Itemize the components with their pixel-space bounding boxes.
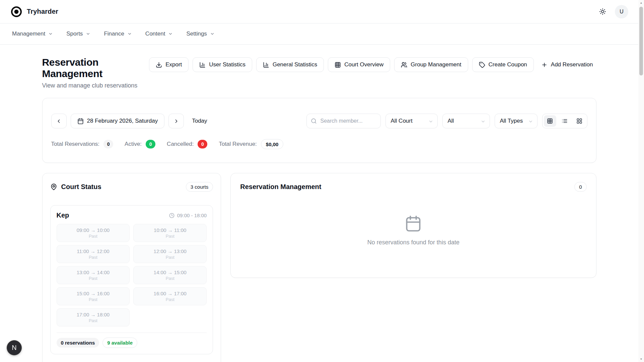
- stat-value-badge: 0: [198, 140, 207, 148]
- dev-tools-floating-button[interactable]: N: [7, 340, 22, 355]
- chevron-down-icon: [48, 32, 53, 36]
- users-icon: [401, 62, 407, 68]
- slot-time: 17:00 → 18:00: [77, 312, 110, 317]
- prev-day-button[interactable]: [51, 114, 67, 128]
- time-slot[interactable]: 14:00 → 15:00Past: [133, 266, 207, 284]
- stat-active: Active: 0: [125, 140, 155, 148]
- toolbar-row: 28 February 2026, Saturday Today All Cou…: [51, 114, 587, 128]
- slot-time: 14:00 → 15:00: [154, 269, 187, 275]
- vertical-scrollbar[interactable]: ▲ ▼: [638, 0, 644, 362]
- slot-status: Past: [89, 297, 97, 302]
- group-management-button[interactable]: Group Management: [394, 57, 468, 72]
- court-status-title: Court Status: [61, 183, 101, 191]
- nav-item-sports[interactable]: Sports: [66, 31, 90, 37]
- page-title: Reservation Management: [42, 57, 149, 79]
- page-heading-group: Reservation Management View and manage c…: [42, 57, 149, 89]
- brand[interactable]: Tryharder: [11, 6, 58, 17]
- court-hours-label: 09:00 - 18:00: [177, 213, 207, 218]
- date-navigation: 28 February 2026, Saturday Today: [51, 114, 207, 128]
- nav-item-management[interactable]: Management: [12, 31, 53, 37]
- scrollbar-up-arrow[interactable]: ▲: [638, 0, 644, 6]
- chevron-right-icon: [173, 118, 179, 124]
- time-slot[interactable]: 11:00 → 12:00Past: [57, 245, 130, 263]
- add-reservation-button[interactable]: Add Reservation: [538, 57, 596, 72]
- search-icon: [311, 118, 317, 124]
- stats-row: Total Reservations: 0 Active: 0 Cancelle…: [51, 139, 587, 149]
- layout-grid-icon: [576, 118, 582, 124]
- time-slot[interactable]: 15:00 → 16:00Past: [57, 287, 130, 305]
- theme-toggle-button[interactable]: [599, 8, 606, 15]
- reservations-count-badge: 0: [574, 182, 586, 192]
- reservations-panel-header: Reservation Management 0: [240, 182, 586, 192]
- time-slot[interactable]: 12:00 → 13:00Past: [133, 245, 207, 263]
- slot-time: 09:00 → 10:00: [77, 227, 110, 233]
- date-picker-button[interactable]: 28 February 2026, Saturday: [71, 114, 165, 128]
- chevron-down-icon: [168, 32, 173, 36]
- slot-time: 12:00 → 13:00: [154, 248, 187, 254]
- slot-status: Past: [166, 297, 174, 302]
- reservations-count-pill: 0 reservations: [57, 338, 99, 348]
- clock-icon: [169, 213, 174, 218]
- time-slot[interactable]: 09:00 → 10:00Past: [57, 224, 130, 242]
- time-slot[interactable]: 13:00 → 14:00Past: [57, 266, 130, 284]
- slot-status: Past: [89, 255, 97, 260]
- list-view-icon: [562, 118, 568, 124]
- status-filter-select[interactable]: All: [442, 114, 490, 128]
- court-hours: 09:00 - 18:00: [169, 213, 207, 218]
- card-view-button[interactable]: [573, 115, 586, 127]
- slot-status: Past: [166, 234, 174, 239]
- calendar-icon: [405, 215, 422, 232]
- toolbar-filters: All Court All All Types: [306, 114, 587, 128]
- slot-time: 15:00 → 16:00: [77, 291, 110, 296]
- list-view-button[interactable]: [559, 115, 571, 127]
- search-member-input[interactable]: [306, 114, 381, 128]
- slot-time: 16:00 → 17:00: [154, 291, 187, 296]
- user-statistics-button[interactable]: User Statistics: [193, 57, 252, 72]
- time-slot[interactable]: 17:00 → 18:00Past: [57, 308, 130, 326]
- general-statistics-button[interactable]: General Statistics: [256, 57, 324, 72]
- stat-total-reservations: Total Reservations: 0: [51, 140, 114, 148]
- stat-label: Total Reservations:: [51, 141, 100, 147]
- page-actions: Export User Statistics General Statistic…: [149, 57, 596, 72]
- view-toggle-group: [542, 114, 587, 128]
- create-coupon-button[interactable]: Create Coupon: [472, 57, 534, 72]
- court-filter-select[interactable]: All Court: [385, 114, 438, 128]
- today-button[interactable]: Today: [192, 118, 207, 124]
- scrollbar-thumb[interactable]: [639, 7, 643, 75]
- stat-value-badge: $0,00: [261, 139, 284, 149]
- button-label: General Statistics: [273, 61, 317, 68]
- nav-item-finance[interactable]: Finance: [104, 31, 132, 37]
- nav-item-content[interactable]: Content: [145, 31, 173, 37]
- button-label: Add Reservation: [551, 61, 593, 68]
- user-avatar[interactable]: U: [615, 5, 628, 18]
- stat-cancelled: Cancelled: 0: [167, 140, 207, 148]
- scrollbar-down-arrow[interactable]: ▼: [638, 356, 644, 362]
- court-overview-button[interactable]: Court Overview: [328, 57, 390, 72]
- slot-time: 13:00 → 14:00: [77, 269, 110, 275]
- brand-name: Tryharder: [27, 8, 58, 15]
- time-slot[interactable]: 16:00 → 17:00Past: [133, 287, 207, 305]
- grid-view-button[interactable]: [544, 115, 556, 127]
- next-day-button[interactable]: [168, 114, 184, 128]
- export-button[interactable]: Export: [149, 57, 189, 72]
- court-footer: 0 reservations 9 available: [57, 333, 207, 348]
- slot-status: Past: [89, 318, 97, 323]
- main-nav: Management Sports Finance Content Settin…: [0, 23, 638, 45]
- plus-icon: [541, 62, 548, 68]
- chevron-left-icon: [56, 118, 62, 124]
- empty-state: No reservations found for this date: [240, 192, 586, 269]
- nav-item-settings[interactable]: Settings: [186, 31, 214, 37]
- stat-label: Total Revenue:: [219, 141, 257, 147]
- toolbar-card: 28 February 2026, Saturday Today All Cou…: [42, 98, 596, 163]
- select-value: All Types: [500, 118, 523, 124]
- stat-value-badge: 0: [146, 140, 155, 148]
- time-slot[interactable]: 10:00 → 11:00Past: [133, 224, 207, 242]
- type-filter-select[interactable]: All Types: [495, 114, 538, 128]
- slot-status: Past: [89, 234, 97, 239]
- court-block-kep: Kep 09:00 - 18:00 09:00 → 10:00Past10:00…: [50, 205, 213, 354]
- select-value: All: [448, 118, 454, 124]
- sun-icon: [599, 8, 606, 15]
- court-status-title-group: Court Status: [50, 183, 101, 191]
- court-status-header: Court Status 3 courts: [50, 182, 213, 192]
- button-label: Court Overview: [344, 61, 383, 68]
